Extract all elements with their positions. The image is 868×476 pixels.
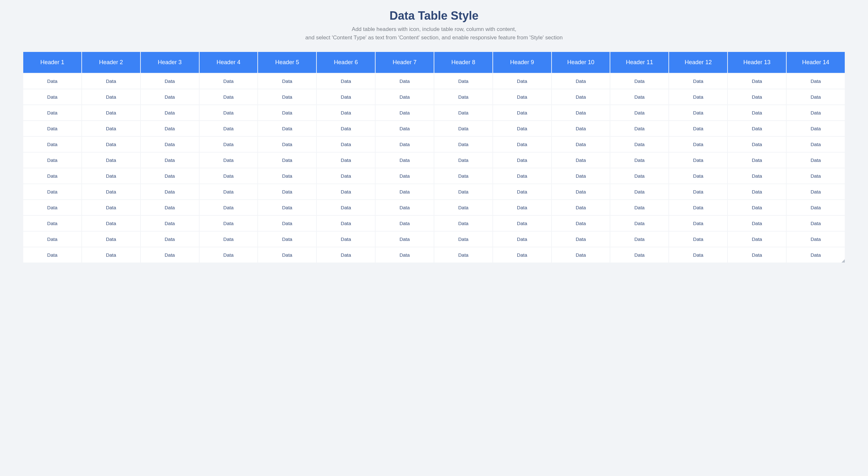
table-cell: Data — [23, 247, 82, 263]
table-cell: Data — [376, 89, 434, 104]
table-cell: Data — [23, 216, 82, 231]
table-cell: Data — [376, 232, 434, 247]
data-table: Header 1Header 2Header 3Header 4Header 5… — [23, 51, 845, 263]
table-cell: Data — [493, 121, 551, 136]
table-cell: Data — [82, 105, 140, 120]
table-header-cell: Header 8 — [434, 52, 492, 73]
table-cell: Data — [552, 152, 610, 168]
table-cell: Data — [82, 247, 140, 263]
table-cell: Data — [199, 200, 258, 215]
table-cell: Data — [728, 137, 786, 152]
table-cell: Data — [82, 121, 140, 136]
table-row: DataDataDataDataDataDataDataDataDataData… — [23, 216, 845, 231]
table-cell: Data — [376, 137, 434, 152]
table-cell: Data — [552, 216, 610, 231]
table-cell: Data — [141, 152, 199, 168]
table-cell: Data — [786, 247, 845, 263]
table-cell: Data — [786, 105, 845, 120]
table-cell: Data — [434, 200, 492, 215]
table-cell: Data — [317, 137, 375, 152]
table-cell: Data — [552, 247, 610, 263]
table-cell: Data — [82, 200, 140, 215]
table-cell: Data — [434, 105, 492, 120]
table-cell: Data — [258, 216, 316, 231]
table-cell: Data — [258, 137, 316, 152]
table-cell: Data — [610, 216, 669, 231]
table-cell: Data — [199, 73, 258, 89]
table-header-cell: Header 14 — [786, 52, 845, 73]
table-cell: Data — [669, 152, 727, 168]
table-row: DataDataDataDataDataDataDataDataDataData… — [23, 121, 845, 136]
table-cell: Data — [552, 121, 610, 136]
table-cell: Data — [728, 232, 786, 247]
table-cell: Data — [141, 247, 199, 263]
table-cell: Data — [23, 232, 82, 247]
table-cell: Data — [317, 89, 375, 104]
table-cell: Data — [258, 105, 316, 120]
table-cell: Data — [669, 89, 727, 104]
table-header-cell: Header 3 — [141, 52, 199, 73]
table-cell: Data — [317, 73, 375, 89]
table-cell: Data — [258, 152, 316, 168]
table-cell: Data — [610, 89, 669, 104]
table-cell: Data — [786, 216, 845, 231]
table-header-cell: Header 11 — [610, 52, 669, 73]
table-cell: Data — [493, 200, 551, 215]
table-cell: Data — [610, 247, 669, 263]
table-cell: Data — [258, 89, 316, 104]
table-cell: Data — [23, 152, 82, 168]
page-subtitle: Add table headers with icon, include tab… — [273, 25, 595, 42]
table-cell: Data — [728, 89, 786, 104]
table-header-cell: Header 12 — [669, 52, 727, 73]
table-row: DataDataDataDataDataDataDataDataDataData… — [23, 105, 845, 120]
table-row: DataDataDataDataDataDataDataDataDataData… — [23, 184, 845, 199]
table-cell: Data — [258, 200, 316, 215]
table-cell: Data — [434, 89, 492, 104]
table-cell: Data — [493, 73, 551, 89]
table-cell: Data — [610, 232, 669, 247]
table-header-cell: Header 10 — [552, 52, 610, 73]
table-row: DataDataDataDataDataDataDataDataDataData… — [23, 89, 845, 104]
table-cell: Data — [199, 137, 258, 152]
table-cell: Data — [786, 137, 845, 152]
table-cell: Data — [669, 73, 727, 89]
table-cell: Data — [728, 73, 786, 89]
table-header-cell: Header 6 — [317, 52, 375, 73]
table-cell: Data — [786, 152, 845, 168]
table-row: DataDataDataDataDataDataDataDataDataData… — [23, 73, 845, 89]
table-cell: Data — [141, 184, 199, 199]
table-header-cell: Header 4 — [199, 52, 258, 73]
table-cell: Data — [610, 168, 669, 183]
table-cell: Data — [141, 168, 199, 183]
table-cell: Data — [199, 105, 258, 120]
table-cell: Data — [786, 89, 845, 104]
table-cell: Data — [493, 152, 551, 168]
table-cell: Data — [610, 200, 669, 215]
table-cell: Data — [82, 73, 140, 89]
table-cell: Data — [434, 152, 492, 168]
table-cell: Data — [141, 216, 199, 231]
table-cell: Data — [258, 247, 316, 263]
table-cell: Data — [199, 247, 258, 263]
table-cell: Data — [82, 216, 140, 231]
table-cell: Data — [376, 200, 434, 215]
table-cell: Data — [317, 216, 375, 231]
page-title: Data Table Style — [23, 9, 845, 23]
table-cell: Data — [493, 137, 551, 152]
resize-handle-icon[interactable] — [841, 259, 845, 263]
table-cell: Data — [669, 247, 727, 263]
table-cell: Data — [669, 184, 727, 199]
table-cell: Data — [610, 73, 669, 89]
table-cell: Data — [141, 73, 199, 89]
table-cell: Data — [786, 168, 845, 183]
table-cell: Data — [728, 105, 786, 120]
table-cell: Data — [728, 216, 786, 231]
table-cell: Data — [552, 73, 610, 89]
table-row: DataDataDataDataDataDataDataDataDataData… — [23, 137, 845, 152]
table-cell: Data — [552, 105, 610, 120]
table-cell: Data — [376, 73, 434, 89]
table-cell: Data — [728, 121, 786, 136]
table-cell: Data — [552, 184, 610, 199]
table-cell: Data — [434, 184, 492, 199]
table-cell: Data — [199, 152, 258, 168]
